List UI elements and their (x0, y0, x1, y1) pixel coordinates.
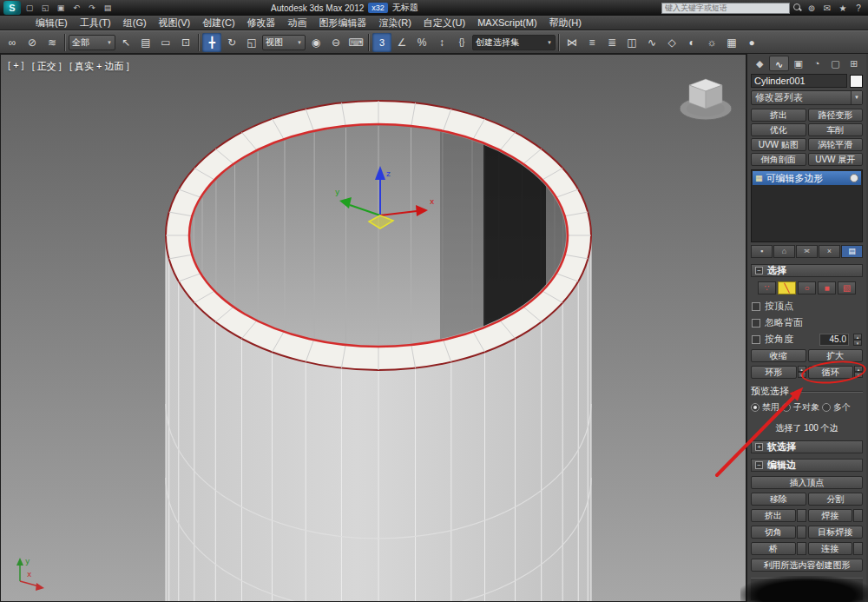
material-editor-icon[interactable]: ◐ (682, 33, 701, 52)
extrude-modifier-button[interactable]: 挤出 (751, 109, 806, 122)
select-and-move-icon[interactable]: ╋ (202, 33, 221, 52)
spinner-up-icon[interactable]: ▴ (854, 366, 863, 372)
rendered-frame-icon[interactable]: ▦ (722, 33, 741, 52)
loop-button[interactable]: 循环 (808, 366, 854, 379)
menu-help[interactable]: 帮助(H) (543, 16, 588, 30)
weld-button[interactable]: 焊接 (808, 509, 853, 522)
uvw-map-modifier-button[interactable]: UVW 贴图 (751, 138, 806, 151)
percent-snap-icon[interactable]: % (412, 33, 431, 52)
graphite-ribbon-icon[interactable]: ◫ (622, 33, 641, 52)
schematic-view-icon[interactable]: ◇ (662, 33, 681, 52)
project-folder-icon[interactable]: ▤ (101, 2, 115, 14)
selection-rollout-header[interactable]: − 选择 (751, 264, 863, 277)
select-and-manipulate-icon[interactable]: ⊖ (326, 33, 345, 52)
lathe-modifier-button[interactable]: 车削 (808, 123, 864, 136)
select-and-rotate-icon[interactable]: ↻ (222, 33, 241, 52)
help-icon[interactable]: ? (852, 3, 865, 13)
spinner-snap-icon[interactable]: ↕ (432, 33, 451, 52)
edge-mode-button[interactable]: ╲ (778, 281, 796, 294)
extrude-button[interactable]: 挤出 (751, 509, 796, 522)
ignore-backfacing-checkbox-row[interactable]: 忽略背面 (752, 316, 862, 329)
menu-maxscript[interactable]: MAXScript(M) (471, 16, 542, 30)
bevel-profile-modifier-button[interactable]: 倒角剖面 (751, 153, 806, 166)
spinner-down-icon[interactable]: ▾ (853, 340, 862, 346)
soft-selection-rollout-header[interactable]: + 软选择 (751, 440, 863, 453)
connect-button[interactable]: 连接 (808, 542, 853, 555)
curve-editor-icon[interactable]: ∿ (642, 33, 661, 52)
ring-spinner[interactable]: ▴ ▾ (798, 366, 806, 379)
manage-layers-icon[interactable]: ≣ (602, 33, 621, 52)
tab-display-icon[interactable]: ▢ (826, 56, 844, 71)
search-input[interactable] (661, 3, 790, 14)
menu-group[interactable]: 组(G) (117, 16, 153, 30)
chamfer-settings-button[interactable] (797, 526, 806, 539)
spinner-up-icon[interactable]: ▴ (853, 334, 862, 340)
app-logo-button[interactable]: S (3, 1, 21, 15)
edit-named-sets-icon[interactable]: {} (452, 33, 471, 52)
tab-hierarchy-icon[interactable]: ▣ (790, 56, 807, 71)
loop-spinner[interactable]: ▴ ▾ (854, 366, 863, 379)
stack-item-editable-poly[interactable]: ▦ 可编辑多边形 (753, 171, 861, 185)
ring-button[interactable]: 环形 (751, 366, 797, 379)
reference-coordinate-dropdown[interactable]: 视图 ▼ (262, 35, 306, 50)
ignore-backfacing-checkbox[interactable] (752, 319, 760, 327)
communication-center-icon[interactable]: ✉ (821, 3, 833, 13)
insert-vertex-button[interactable]: 插入顶点 (751, 476, 863, 489)
angle-spinner[interactable]: ▴ ▾ (853, 334, 862, 346)
menu-customize[interactable]: 自定义(U) (418, 16, 471, 30)
path-deform-modifier-button[interactable]: 路径变形 (808, 109, 864, 122)
border-mode-button[interactable]: ○ (798, 281, 816, 294)
menu-rendering[interactable]: 渲染(R) (373, 16, 418, 30)
select-and-link-icon[interactable]: ∞ (3, 33, 22, 52)
show-end-result-icon[interactable]: ⌂ (773, 245, 795, 258)
by-vertex-checkbox[interactable] (752, 302, 760, 311)
keyboard-override-icon[interactable]: ⌨ (346, 33, 365, 52)
select-by-name-icon[interactable]: ▤ (136, 33, 155, 52)
new-scene-icon[interactable]: ▢ (23, 2, 36, 14)
bridge-settings-button[interactable] (797, 542, 806, 555)
tab-utilities-icon[interactable]: ⊞ (845, 56, 863, 71)
tab-motion-icon[interactable]: ◔ (808, 56, 825, 71)
viewport-menu-general[interactable]: + (8, 60, 24, 73)
tab-create-icon[interactable]: ◆ (751, 56, 768, 71)
configure-modifier-sets-icon[interactable]: ▤ (841, 245, 863, 258)
modifier-stack[interactable]: ▦ 可编辑多边形 (751, 169, 863, 242)
select-object-icon[interactable]: ↖ (116, 33, 135, 52)
remove-modifier-icon[interactable]: × (819, 245, 840, 258)
chamfer-button[interactable]: 切角 (751, 526, 796, 539)
modifier-list-dropdown[interactable]: 修改器列表 ▼ (751, 90, 863, 105)
extrude-settings-button[interactable] (797, 509, 806, 522)
angle-snap-icon[interactable]: ∠ (392, 33, 411, 52)
save-file-icon[interactable]: ▣ (54, 2, 68, 14)
use-pivot-center-icon[interactable]: ◉ (306, 33, 326, 52)
menu-animation[interactable]: 动画 (282, 16, 313, 30)
redo-icon[interactable]: ↷ (85, 2, 99, 14)
viewport-menu-view[interactable]: 正交 (32, 60, 62, 73)
viewport-menu-shading[interactable]: 真实 + 边面 (69, 60, 129, 73)
edit-edges-rollout-header[interactable]: − 编辑边 (751, 459, 863, 472)
menu-create[interactable]: 创建(C) (196, 16, 240, 30)
align-icon[interactable]: ≡ (582, 33, 602, 52)
pin-stack-icon[interactable]: ▪ (751, 245, 773, 258)
make-unique-icon[interactable]: ≍ (796, 245, 818, 258)
subobject-level-icon[interactable] (850, 174, 858, 182)
open-file-icon[interactable]: ◱ (38, 2, 52, 14)
unwrap-uvw-modifier-button[interactable]: UVW 展开 (808, 153, 864, 166)
object-name-field[interactable] (751, 74, 847, 88)
preview-subobject-radio[interactable] (782, 403, 791, 412)
select-and-scale-icon[interactable]: ◱ (242, 33, 261, 52)
connect-settings-button[interactable] (853, 542, 863, 555)
mirror-icon[interactable]: ⋈ (562, 33, 582, 52)
create-shape-button[interactable]: 利用所选内容创建图形 (751, 559, 863, 572)
menu-graph-editors[interactable]: 图形编辑器 (313, 16, 373, 30)
bind-to-spacewarp-icon[interactable]: ≋ (43, 33, 62, 52)
weld-settings-button[interactable] (853, 509, 863, 522)
search-icon[interactable] (793, 3, 802, 12)
menu-tools[interactable]: 工具(T) (74, 16, 117, 30)
bridge-button[interactable]: 桥 (751, 542, 796, 555)
angle-value-field[interactable] (819, 334, 849, 346)
undo-icon[interactable]: ↶ (69, 2, 83, 14)
render-production-icon[interactable]: ● (742, 33, 761, 52)
shrink-button[interactable]: 收缩 (751, 349, 806, 362)
object-color-swatch[interactable] (850, 75, 863, 88)
